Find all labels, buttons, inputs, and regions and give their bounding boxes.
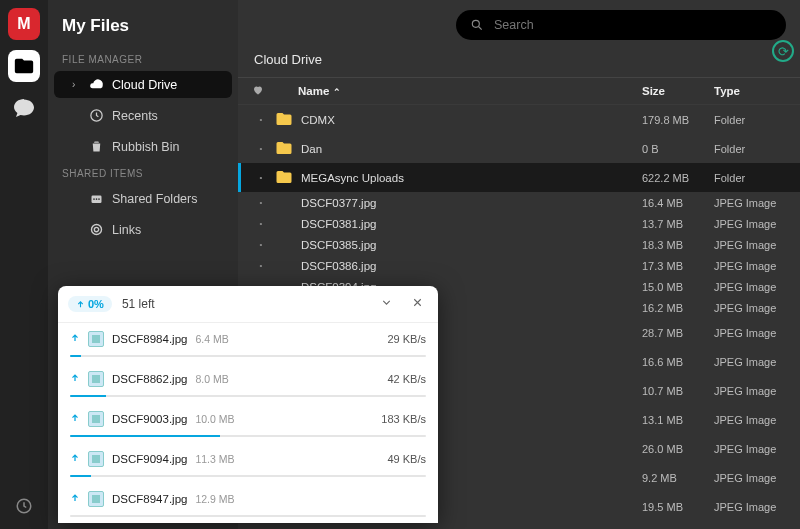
upload-progress-badge: 0%	[68, 296, 112, 312]
mega-logo-icon[interactable]: M	[8, 8, 40, 40]
table-header: Name⌃ Size Type	[238, 77, 800, 105]
file-type: Folder	[714, 114, 790, 126]
file-type: JPEG Image	[714, 197, 790, 209]
table-row[interactable]: •DSCF0377.jpg16.4 MBJPEG Image	[238, 192, 800, 213]
file-type: JPEG Image	[714, 302, 790, 314]
page-title: My Files	[48, 10, 238, 48]
cloud-icon	[88, 77, 104, 92]
file-size: 13.7 MB	[642, 218, 714, 230]
table-row[interactable]: •CDMX179.8 MBFolder	[238, 105, 800, 134]
upload-file-name: DSCF9003.jpg	[112, 413, 187, 425]
file-name: DSCF0381.jpg	[301, 218, 642, 230]
file-name: MEGAsync Uploads	[301, 172, 642, 184]
search-icon	[470, 18, 484, 32]
chat-rail-icon[interactable]	[8, 92, 40, 124]
file-name: DSCF0377.jpg	[301, 197, 642, 209]
file-name: DSCF0386.jpg	[301, 260, 642, 272]
file-size: 622.2 MB	[642, 172, 714, 184]
file-icon	[275, 526, 293, 530]
column-type[interactable]: Type	[714, 85, 790, 97]
trash-icon	[88, 139, 104, 154]
sync-status-icon[interactable]: ⟳	[772, 40, 794, 62]
favorite-dot[interactable]: •	[247, 219, 275, 228]
upload-file-name: DSCF8984.jpg	[112, 333, 187, 345]
table-row[interactable]: •DSCF0386.jpg17.3 MBJPEG Image	[238, 255, 800, 276]
column-size[interactable]: Size	[642, 85, 714, 97]
svg-point-6	[91, 225, 101, 235]
file-size: 26.0 MB	[642, 443, 714, 455]
upload-arrow-icon	[70, 453, 80, 465]
upload-remaining: 51 left	[122, 297, 155, 311]
favorite-dot[interactable]: •	[247, 144, 275, 153]
shared-folder-icon	[88, 191, 104, 206]
upload-arrow-icon	[70, 413, 80, 425]
sidebar-item-label: Cloud Drive	[112, 78, 177, 92]
collapse-icon[interactable]	[376, 294, 397, 314]
left-rail: M	[0, 0, 48, 529]
sidebar-item-links[interactable]: Links	[54, 216, 232, 243]
favorite-dot[interactable]: •	[247, 198, 275, 207]
upload-file-name: DSCF8862.jpg	[112, 373, 187, 385]
upload-file-size: 12.9 MB	[195, 493, 234, 505]
file-size: 16.2 MB	[642, 302, 714, 314]
search-input[interactable]	[494, 18, 772, 32]
table-row[interactable]: •Dan0 BFolder	[238, 134, 800, 163]
upload-item[interactable]: DSCF8984.jpg6.4 MB29 KB/s	[58, 323, 438, 363]
upload-progress-bar	[70, 355, 426, 357]
table-row[interactable]: •DSCF0381.jpg13.7 MBJPEG Image	[238, 213, 800, 234]
file-type: JPEG Image	[714, 281, 790, 293]
favorite-dot[interactable]: •	[247, 240, 275, 249]
file-type: Folder	[714, 143, 790, 155]
upload-progress-bar	[70, 475, 426, 477]
sidebar-item-rubbish[interactable]: Rubbish Bin	[54, 133, 232, 160]
column-favorite[interactable]	[244, 84, 272, 98]
files-rail-icon[interactable]	[8, 50, 40, 82]
upload-speed: 183 KB/s	[381, 413, 426, 425]
sidebar-item-shared-folders[interactable]: Shared Folders	[54, 185, 232, 212]
file-type: JPEG Image	[714, 218, 790, 230]
status-rail-icon[interactable]	[15, 497, 33, 519]
upload-item[interactable]: DSCF8947.jpg12.9 MB	[58, 483, 438, 523]
folder-icon	[275, 139, 293, 157]
table-row[interactable]: •DSCF0385.jpg18.3 MBJPEG Image	[238, 234, 800, 255]
chevron-right-icon: ›	[72, 79, 80, 90]
upload-speed: 49 KB/s	[387, 453, 426, 465]
favorite-dot[interactable]: •	[247, 173, 275, 182]
image-file-icon	[88, 331, 104, 347]
file-size: 17.3 MB	[642, 260, 714, 272]
file-type: JPEG Image	[714, 414, 790, 426]
file-name: CDMX	[301, 114, 642, 126]
upload-arrow-icon	[70, 373, 80, 385]
link-icon	[88, 222, 104, 237]
upload-item[interactable]: DSCF8862.jpg8.0 MB42 KB/s	[58, 363, 438, 403]
file-type: JPEG Image	[714, 239, 790, 251]
upload-header: 0% 51 left	[58, 286, 438, 323]
svg-point-3	[93, 198, 95, 200]
file-size: 18.3 MB	[642, 239, 714, 251]
file-type: JPEG Image	[714, 327, 790, 339]
sidebar-item-recents[interactable]: Recents	[54, 102, 232, 129]
favorite-dot[interactable]: •	[247, 261, 275, 270]
favorite-dot[interactable]: •	[247, 115, 275, 124]
table-row[interactable]: •MEGAsync Uploads622.2 MBFolder	[238, 163, 800, 192]
upload-item[interactable]: DSCF9003.jpg10.0 MB183 KB/s	[58, 403, 438, 443]
topbar	[238, 0, 800, 48]
upload-item[interactable]: DSCF9094.jpg11.3 MB49 KB/s	[58, 443, 438, 483]
close-icon[interactable]	[407, 294, 428, 314]
breadcrumb[interactable]: Cloud Drive	[238, 48, 800, 77]
upload-progress-bar	[70, 435, 426, 437]
file-type: JPEG Image	[714, 443, 790, 455]
file-name: DSCF0385.jpg	[301, 239, 642, 251]
column-name[interactable]: Name⌃	[298, 85, 642, 97]
svg-point-4	[95, 198, 97, 200]
section-shared: SHARED ITEMS	[48, 162, 238, 183]
sidebar-item-cloud-drive[interactable]: › Cloud Drive	[54, 71, 232, 98]
upload-file-size: 6.4 MB	[195, 333, 228, 345]
file-type: JPEG Image	[714, 260, 790, 272]
svg-point-5	[98, 198, 100, 200]
file-size: 28.7 MB	[642, 327, 714, 339]
search-box[interactable]	[456, 10, 786, 40]
file-size: 13.1 MB	[642, 414, 714, 426]
image-file-icon	[88, 411, 104, 427]
file-size: 9.2 MB	[642, 472, 714, 484]
